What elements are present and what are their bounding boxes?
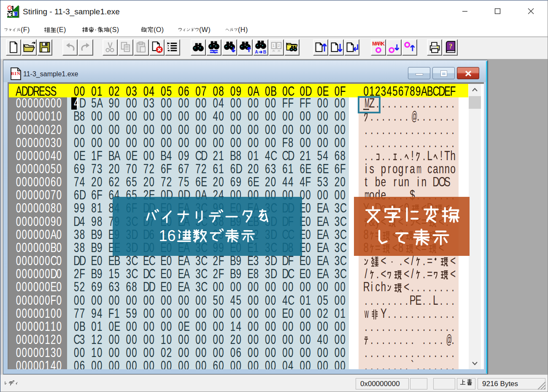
svg-text:B: B [263,50,266,54]
svg-text:A: A [255,50,258,54]
svg-text:MARK: MARK [372,41,385,47]
svg-text:1: 1 [273,43,275,48]
svg-text:2: 2 [278,43,280,48]
svg-text:?: ? [449,43,452,50]
